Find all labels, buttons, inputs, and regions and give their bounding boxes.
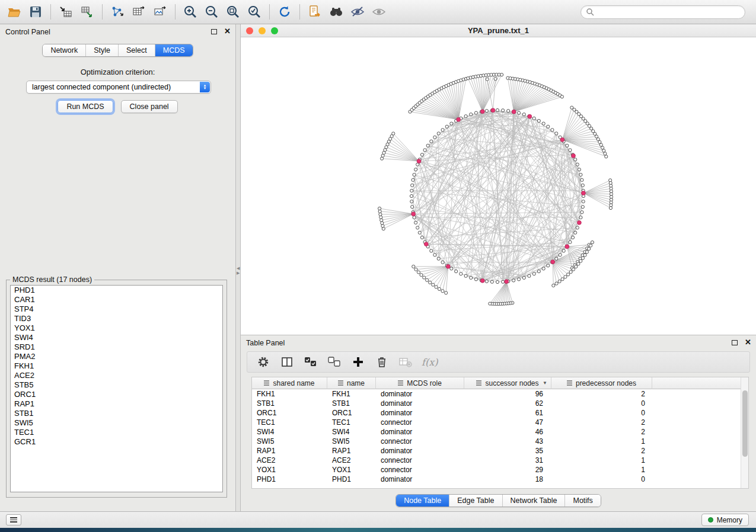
scrollbar-thumb[interactable]	[742, 390, 748, 457]
task-history-button[interactable]	[6, 514, 21, 525]
mcds-result-item[interactable]: PHD1	[11, 286, 222, 295]
mcds-result-item[interactable]: RAP1	[11, 399, 222, 409]
table-settings-button[interactable]	[256, 354, 271, 370]
table-scrollbar[interactable]	[741, 377, 748, 488]
columns-icon	[280, 355, 294, 368]
column-header-mcds-role[interactable]: MCDS role	[376, 377, 464, 389]
zoom-selected-button[interactable]	[244, 2, 265, 22]
table-cell: 18	[464, 475, 551, 483]
tab-style[interactable]: Style	[86, 44, 119, 56]
tab-select[interactable]: Select	[119, 44, 155, 56]
delete-table-button-disabled	[398, 354, 413, 370]
zoom-in-button[interactable]	[180, 2, 201, 22]
select-all-button[interactable]	[303, 354, 318, 370]
table-delete-icon	[398, 355, 413, 368]
memory-label: Memory	[717, 516, 742, 524]
table-row[interactable]: SWI5SWI5connector431	[252, 437, 748, 446]
run-mcds-button[interactable]: Run MCDS	[58, 100, 113, 113]
share-document-button[interactable]	[304, 2, 326, 22]
column-header-successor-nodes[interactable]: successor nodes ▼	[464, 377, 551, 389]
column-header-name[interactable]: name	[327, 377, 376, 389]
column-header-predecessor-nodes[interactable]: predecessor nodes	[551, 377, 652, 389]
close-panel-icon[interactable]: ✕	[224, 28, 231, 35]
toolbar-separator	[175, 4, 176, 20]
mcds-result-item[interactable]: STB5	[11, 380, 222, 390]
mcds-result-item[interactable]: FKH1	[11, 361, 222, 371]
hide-details-button[interactable]	[347, 2, 368, 22]
vertical-splitter[interactable]: ◀▶	[236, 24, 241, 511]
float-panel-icon[interactable]	[211, 29, 217, 34]
optimization-criterion-select[interactable]: largest connected component (undirected)…	[26, 81, 211, 94]
minimize-window-icon[interactable]	[259, 27, 266, 34]
table-row[interactable]: YOX1YOX1connector291	[252, 465, 748, 475]
show-columns-button[interactable]	[279, 354, 295, 370]
combo-stepper-icon: ▲▼	[200, 82, 210, 92]
search-network-button[interactable]	[326, 2, 347, 22]
close-window-icon[interactable]	[246, 27, 253, 34]
tab-edge-table[interactable]: Edge Table	[449, 495, 502, 507]
mcds-result-item[interactable]: CAR1	[11, 295, 222, 305]
tab-node-table[interactable]: Node Table	[396, 495, 449, 507]
mcds-result-item[interactable]: SWI4	[11, 333, 222, 342]
zoom-out-button[interactable]	[201, 2, 222, 22]
mcds-result-item[interactable]: TEC1	[11, 428, 222, 437]
open-folder-button[interactable]	[4, 2, 25, 22]
mcds-result-list[interactable]: PHD1CAR1STP4TID3YOX1SWI4SRD1PMA2FKH1ACE2…	[10, 285, 223, 492]
close-panel-icon[interactable]: ✕	[745, 339, 751, 346]
table-cell: 29	[464, 466, 551, 474]
column-header-shared-name[interactable]: shared name	[252, 377, 327, 389]
network-image-button[interactable]	[149, 2, 171, 22]
table-row[interactable]: RAP1RAP1dominator352	[252, 446, 748, 456]
mcds-result-item[interactable]: SRD1	[11, 342, 222, 352]
network-canvas[interactable]	[241, 37, 756, 335]
zoom-fit-button[interactable]	[222, 2, 244, 22]
mcds-result-item[interactable]: ACE2	[11, 371, 222, 380]
table-cell: dominator	[376, 409, 464, 417]
table-cell: dominator	[376, 390, 464, 398]
mcds-result-item[interactable]: ORC1	[11, 390, 222, 399]
table-row[interactable]: SWI4SWI4dominator462	[252, 427, 748, 437]
show-details-button[interactable]	[368, 2, 390, 22]
search-box[interactable]	[580, 5, 745, 19]
tab-mcds[interactable]: MCDS	[155, 44, 193, 56]
save-button[interactable]	[25, 2, 46, 22]
table-row[interactable]: ACE2ACE2connector311	[252, 456, 748, 465]
table-cell: 2	[551, 390, 652, 398]
splitter-grip-icon[interactable]: ◀▶	[237, 266, 240, 275]
network-table-button[interactable]	[128, 2, 149, 22]
column-sort-icon	[264, 380, 270, 386]
tab-network-table[interactable]: Network Table	[503, 495, 566, 507]
table-row[interactable]: TEC1TEC1connector472	[252, 418, 748, 427]
add-column-button[interactable]	[350, 354, 366, 370]
mcds-result-item[interactable]: SWI5	[11, 418, 222, 428]
mcds-result-item[interactable]: YOX1	[11, 323, 222, 333]
network-canvas-svg[interactable]	[241, 37, 756, 335]
mcds-result-item[interactable]: PMA2	[11, 352, 222, 361]
network-titlebar[interactable]: YPA_prune.txt_1	[241, 24, 756, 37]
import-network-table-button[interactable]	[76, 2, 98, 22]
export-network-button[interactable]	[107, 2, 128, 22]
memory-button[interactable]: Memory	[701, 514, 749, 526]
tab-network[interactable]: Network	[43, 44, 86, 56]
refresh-icon	[277, 4, 292, 20]
maximize-window-icon[interactable]	[271, 27, 278, 34]
float-panel-icon[interactable]	[732, 340, 738, 345]
table-cell: RAP1	[327, 447, 376, 455]
close-panel-button[interactable]: Close panel	[121, 100, 178, 113]
mcds-result-item[interactable]: TID3	[11, 314, 222, 323]
table-row[interactable]: ORC1ORC1dominator610	[252, 408, 748, 418]
mcds-result-item[interactable]: STP4	[11, 305, 222, 314]
import-table-button[interactable]	[55, 2, 76, 22]
table-row[interactable]: STB1STB1dominator620	[252, 399, 748, 408]
deselect-all-button[interactable]	[327, 354, 342, 370]
delete-column-button[interactable]	[374, 354, 390, 370]
table-row[interactable]: FKH1FKH1dominator962	[252, 389, 748, 399]
tab-motifs[interactable]: Motifs	[565, 495, 600, 507]
search-input[interactable]	[598, 8, 740, 16]
mcds-result-item[interactable]: STB1	[11, 409, 222, 418]
table-row[interactable]: PHD1PHD1dominator180	[252, 475, 748, 484]
column-sort-icon	[338, 380, 344, 386]
mcds-result-item[interactable]: GCR1	[11, 437, 222, 447]
refresh-button[interactable]	[274, 2, 295, 22]
eye-icon	[371, 4, 387, 20]
